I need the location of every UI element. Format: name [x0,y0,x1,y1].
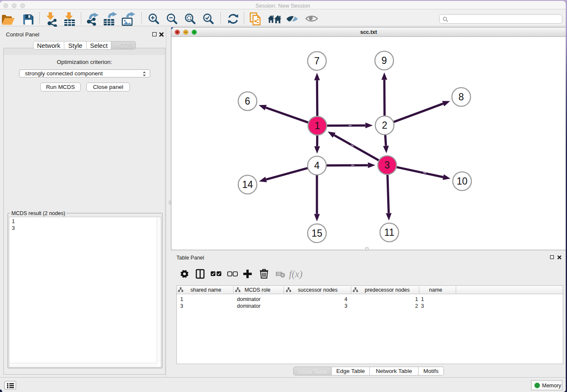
svg-text:14: 14 [242,179,253,190]
svg-text:4: 4 [314,160,320,171]
svg-text:11: 11 [384,227,394,238]
svg-text:8: 8 [459,91,464,102]
svg-text:15: 15 [311,228,322,239]
svg-text:2: 2 [382,120,388,131]
svg-text:f(x): f(x) [289,269,303,279]
svg-text:3: 3 [385,160,390,171]
svg-text:9: 9 [382,55,387,66]
svg-text:1: 1 [315,120,320,131]
svg-text:6: 6 [245,96,250,107]
svg-text:10: 10 [457,176,468,187]
svg-text:7: 7 [314,55,320,66]
